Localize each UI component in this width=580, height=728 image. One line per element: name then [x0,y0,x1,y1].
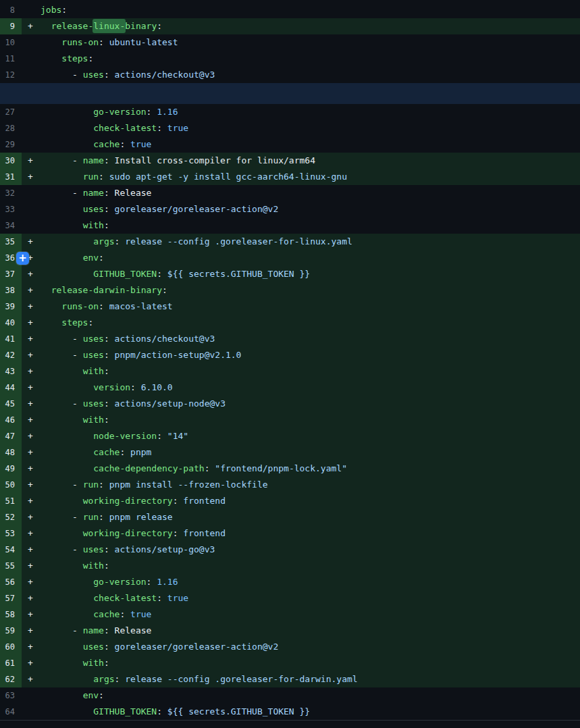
diff-marker: + [22,380,41,396]
diff-marker [22,104,41,120]
line-number[interactable]: 41 [0,331,22,347]
line-number[interactable]: 35 [0,234,22,250]
line-number[interactable]: 32 [0,185,22,201]
line-number[interactable]: 28 [0,120,22,136]
line-number[interactable]: 31 [0,169,22,185]
diff-marker [22,34,41,51]
line-number[interactable]: 11 [0,51,22,67]
line-number[interactable]: 40 [0,315,22,331]
diff-table: 8 jobs:9+ release-linux-binary:10 runs-o… [0,0,580,720]
hunk-expander-row[interactable] [0,83,580,104]
line-number[interactable]: 50 [0,477,22,493]
diff-row-54: 54+ - uses: actions/setup-go@v3 [0,542,580,558]
diff-marker [22,185,41,201]
diff-marker: + [22,363,41,380]
code-line: - name: Install cross-compiler for linux… [41,153,580,169]
code-line: go-version: 1.16 [41,574,580,590]
line-number[interactable]: 49 [0,461,22,477]
line-number[interactable]: 8 [0,2,22,18]
line-number[interactable]: 44 [0,380,22,396]
diff-row-9: 9+ release-linux-binary: [0,18,580,34]
diff-marker: + [22,282,41,298]
line-number[interactable]: 53 [0,525,22,542]
diff-marker: + [22,542,41,558]
diff-row-48: 48+ cache: pnpm [0,444,580,461]
line-number[interactable]: 52 [0,509,22,525]
diff-marker: + [22,606,41,623]
line-number[interactable]: 45 [0,396,22,412]
line-number[interactable]: 34 [0,217,22,234]
line-number[interactable]: 57 [0,590,22,606]
line-number[interactable]: 27 [0,104,22,120]
code-line: cache: pnpm [41,444,580,461]
diff-row-60: 60+ uses: goreleaser/goreleaser-action@v… [0,639,580,655]
diff-row-41: 41+ - uses: actions/checkout@v3 [0,331,580,347]
line-number[interactable]: 63 [0,687,22,704]
diff-marker [22,201,41,217]
line-number[interactable]: 37 [0,266,22,282]
diff-marker: + [22,623,41,639]
code-line: with: [41,558,580,574]
line-number[interactable]: 54 [0,542,22,558]
code-line: run: sudo apt-get -y install gcc-aarch64… [41,169,580,185]
line-number[interactable]: 46 [0,412,22,428]
diff-marker [22,687,41,704]
add-comment-button[interactable]: + [16,252,29,265]
code-line: cache-dependency-path: "frontend/pnpm-lo… [41,461,580,477]
diff-row-34: 34 with: [0,217,580,234]
diff-marker: + [22,266,41,282]
diff-marker: + [22,671,41,687]
diff-row-29: 29 cache: true [0,136,580,153]
diff-row-12: 12 - uses: actions/checkout@v3 [0,67,580,83]
line-number[interactable]: 56 [0,574,22,590]
code-line: GITHUB_TOKEN: ${{ secrets.GITHUB_TOKEN }… [41,704,580,720]
diff-row-43: 43+ with: [0,363,580,380]
diff-marker: + [22,525,41,542]
diff-marker: + [22,574,41,590]
diff-marker: + [22,639,41,655]
diff-marker [22,704,41,720]
line-number[interactable]: 61 [0,655,22,671]
diff-row-10: 10 runs-on: ubuntu-latest [0,34,580,51]
line-number[interactable]: 62 [0,671,22,687]
code-line: - name: Release [41,623,580,639]
diff-row-8: 8 jobs: [0,2,580,18]
diff-row-53: 53+ working-directory: frontend [0,525,580,542]
line-number[interactable]: 64 [0,704,22,720]
line-number[interactable]: 38 [0,282,22,298]
code-line: - run: pnpm release [41,509,580,525]
diff-row-61: 61+ with: [0,655,580,671]
code-line: release-darwin-binary: [41,282,580,298]
line-number[interactable]: 47 [0,428,22,444]
diff-row-30: 30+ - name: Install cross-compiler for l… [0,153,580,169]
line-number[interactable]: 39 [0,298,22,315]
line-number[interactable]: 60 [0,639,22,655]
line-number[interactable]: 43 [0,363,22,380]
line-number[interactable]: 58 [0,606,22,623]
diff-row-45: 45+ - uses: actions/setup-node@v3 [0,396,580,412]
diff-row-27: 27 go-version: 1.16 [0,104,580,120]
line-number[interactable]: 48 [0,444,22,461]
diff-row-42: 42+ - uses: pnpm/action-setup@v2.1.0 [0,347,580,363]
diff-row-44: 44+ version: 6.10.0 [0,380,580,396]
code-line: - name: Release [41,185,580,201]
code-line: GITHUB_TOKEN: ${{ secrets.GITHUB_TOKEN }… [41,266,580,282]
line-number[interactable]: 29 [0,136,22,153]
diff-row-32: 32 - name: Release [0,185,580,201]
diff-row-50: 50+ - run: pnpm install --frozen-lockfil… [0,477,580,493]
line-number[interactable]: 42 [0,347,22,363]
diff-row-57: 57+ check-latest: true [0,590,580,606]
diff-row-38: 38+ release-darwin-binary: [0,282,580,298]
line-number[interactable]: 33 [0,201,22,217]
line-number[interactable]: 55 [0,558,22,574]
line-number[interactable]: 9 [0,18,22,34]
diff-marker: + [22,493,41,509]
line-number[interactable]: 51 [0,493,22,509]
line-number[interactable]: 59 [0,623,22,639]
line-number[interactable]: 30 [0,153,22,169]
diff-marker: + [22,153,41,169]
line-number[interactable]: 12 [0,67,22,83]
diff-row-51: 51+ working-directory: frontend [0,493,580,509]
line-number[interactable]: 10 [0,34,22,51]
diff-row-31: 31+ run: sudo apt-get -y install gcc-aar… [0,169,580,185]
